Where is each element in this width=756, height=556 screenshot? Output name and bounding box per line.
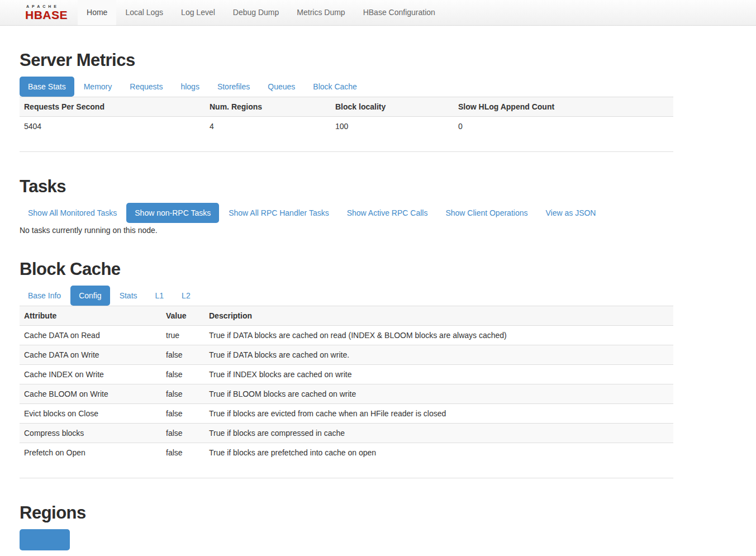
- block-cache-config-table: Attribute Value Description Cache DATA o…: [20, 306, 673, 462]
- tab-l2-label[interactable]: L2: [173, 286, 199, 306]
- cell-description: True if BLOOM blocks are cached on write: [205, 384, 673, 404]
- nav-link-log-level[interactable]: Log Level: [172, 0, 224, 25]
- tab-storefiles[interactable]: Storefiles: [209, 77, 258, 97]
- tab-show-all-monitored-tasks[interactable]: Show All Monitored Tasks: [20, 203, 125, 223]
- tab-config-label[interactable]: Config: [70, 286, 110, 306]
- server-metrics-table: Requests Per Second Num. Regions Block l…: [20, 97, 673, 136]
- tab-base-info-label[interactable]: Base Info: [20, 286, 69, 306]
- tab-queues-label[interactable]: Queues: [259, 77, 303, 97]
- col-attribute: Attribute: [20, 306, 161, 326]
- nav-link-debug-dump[interactable]: Debug Dump: [224, 0, 288, 25]
- table-row: Cache DATA on Write false True if DATA b…: [20, 345, 673, 365]
- tab-show-non-rpc-tasks-label[interactable]: Show non-RPC Tasks: [126, 203, 219, 223]
- server-metrics-tab-content: Requests Per Second Num. Regions Block l…: [20, 97, 673, 152]
- tasks-title: Tasks: [20, 177, 673, 197]
- nav-item-log-level[interactable]: Log Level: [172, 0, 224, 25]
- logo-apache-text: APACHE: [26, 4, 68, 8]
- tab-view-as-json-label[interactable]: View as JSON: [537, 203, 604, 223]
- tab-block-cache[interactable]: Block Cache: [305, 77, 365, 97]
- server-metrics-section: Server Metrics Base Stats Memory Request…: [20, 50, 673, 152]
- cell-description: True if blocks are prefetched into cache…: [205, 443, 673, 463]
- cell-num-regions: 4: [205, 117, 331, 136]
- tab-memory-label[interactable]: Memory: [75, 77, 121, 97]
- cell-description: True if INDEX blocks are cached on write: [205, 365, 673, 384]
- tab-show-all-rpc-handler-tasks[interactable]: Show All RPC Handler Tasks: [220, 203, 337, 223]
- tab-base-stats-label[interactable]: Base Stats: [20, 77, 74, 97]
- table-header-row: Requests Per Second Num. Regions Block l…: [20, 97, 673, 117]
- cell-attribute: Cache DATA on Read: [20, 326, 161, 345]
- tab-stats[interactable]: Stats: [111, 286, 146, 306]
- table-row: Compress blocks false True if blocks are…: [20, 424, 673, 443]
- col-block-locality: Block locality: [331, 97, 454, 117]
- tab-requests-label[interactable]: Requests: [121, 77, 171, 97]
- tab-show-all-monitored-tasks-label[interactable]: Show All Monitored Tasks: [20, 203, 125, 223]
- logo-hbase-text: HBASE: [25, 9, 68, 21]
- tab-queues[interactable]: Queues: [259, 77, 303, 97]
- tab-show-non-rpc-tasks[interactable]: Show non-RPC Tasks: [126, 203, 219, 223]
- regions-first-tab[interactable]: [20, 529, 70, 550]
- tab-hlogs-label[interactable]: hlogs: [172, 77, 207, 97]
- nav-item-debug-dump[interactable]: Debug Dump: [224, 0, 288, 25]
- tab-show-all-rpc-handler-tasks-label[interactable]: Show All RPC Handler Tasks: [220, 203, 337, 223]
- tab-show-client-operations-label[interactable]: Show Client Operations: [437, 203, 536, 223]
- server-metrics-title: Server Metrics: [20, 50, 673, 70]
- tab-stats-label[interactable]: Stats: [111, 286, 146, 306]
- cell-value: false: [161, 384, 205, 404]
- tab-show-client-operations[interactable]: Show Client Operations: [437, 203, 536, 223]
- tab-base-stats[interactable]: Base Stats: [20, 77, 74, 97]
- nav-item-hbase-configuration[interactable]: HBase Configuration: [354, 0, 444, 25]
- tab-l1-label[interactable]: L1: [147, 286, 173, 306]
- cell-block-locality: 100: [331, 117, 454, 136]
- col-value: Value: [161, 306, 205, 326]
- tab-hlogs[interactable]: hlogs: [172, 77, 207, 97]
- col-slow-hlog-append-count: Slow HLog Append Count: [454, 97, 673, 117]
- tab-block-cache-label[interactable]: Block Cache: [305, 77, 365, 97]
- tab-requests[interactable]: Requests: [121, 77, 171, 97]
- regions-title: Regions: [20, 503, 673, 523]
- hbase-logo[interactable]: APACHE HBASE: [0, 0, 78, 25]
- cell-value: false: [161, 365, 205, 384]
- cell-attribute: Prefetch on Open: [20, 443, 161, 463]
- nav-item-home[interactable]: Home: [78, 0, 116, 25]
- tab-l1[interactable]: L1: [147, 286, 173, 306]
- block-cache-section: Block Cache Base Info Config Stats L1 L2…: [20, 259, 673, 478]
- cell-description: True if DATA blocks are cached on read (…: [205, 326, 673, 345]
- nav-link-home[interactable]: Home: [78, 0, 116, 25]
- table-row: 5404 4 100 0: [20, 117, 673, 136]
- cell-attribute: Cache INDEX on Write: [20, 365, 161, 384]
- cell-attribute: Compress blocks: [20, 424, 161, 443]
- cell-requests-per-second: 5404: [20, 117, 205, 136]
- tasks-empty-message: No tasks currently running on this node.: [20, 226, 673, 235]
- cell-description: True if blocks are evicted from cache wh…: [205, 404, 673, 424]
- cell-slow-hlog-append-count: 0: [454, 117, 673, 136]
- cell-attribute: Cache BLOOM on Write: [20, 384, 161, 404]
- col-requests-per-second: Requests Per Second: [20, 97, 205, 117]
- col-description: Description: [205, 306, 673, 326]
- cell-value: true: [161, 326, 205, 345]
- tab-storefiles-label[interactable]: Storefiles: [209, 77, 258, 97]
- table-row: Cache BLOOM on Write false True if BLOOM…: [20, 384, 673, 404]
- col-num-regions: Num. Regions: [205, 97, 331, 117]
- server-metrics-tabs: Base Stats Memory Requests hlogs Storefi…: [20, 77, 673, 97]
- tab-show-active-rpc-calls[interactable]: Show Active RPC Calls: [339, 203, 436, 223]
- tab-memory[interactable]: Memory: [75, 77, 121, 97]
- tab-config[interactable]: Config: [70, 286, 110, 306]
- nav-link-hbase-configuration[interactable]: HBase Configuration: [354, 0, 444, 25]
- nav-link-local-logs[interactable]: Local Logs: [116, 0, 172, 25]
- cell-value: false: [161, 424, 205, 443]
- nav-item-metrics-dump[interactable]: Metrics Dump: [288, 0, 354, 25]
- cell-value: false: [161, 345, 205, 365]
- tab-base-info[interactable]: Base Info: [20, 286, 69, 306]
- regions-section: Regions: [20, 503, 673, 552]
- tab-show-active-rpc-calls-label[interactable]: Show Active RPC Calls: [339, 203, 436, 223]
- cell-attribute: Evict blocks on Close: [20, 404, 161, 424]
- table-row: Cache DATA on Read true True if DATA blo…: [20, 326, 673, 345]
- tab-l2[interactable]: L2: [173, 286, 199, 306]
- table-row: Evict blocks on Close false True if bloc…: [20, 404, 673, 424]
- nav-item-local-logs[interactable]: Local Logs: [116, 0, 172, 25]
- tab-view-as-json[interactable]: View as JSON: [537, 203, 604, 223]
- cell-value: false: [161, 443, 205, 463]
- nav-link-metrics-dump[interactable]: Metrics Dump: [288, 0, 354, 25]
- cell-description: True if DATA blocks are cached on write.: [205, 345, 673, 365]
- block-cache-title: Block Cache: [20, 259, 673, 279]
